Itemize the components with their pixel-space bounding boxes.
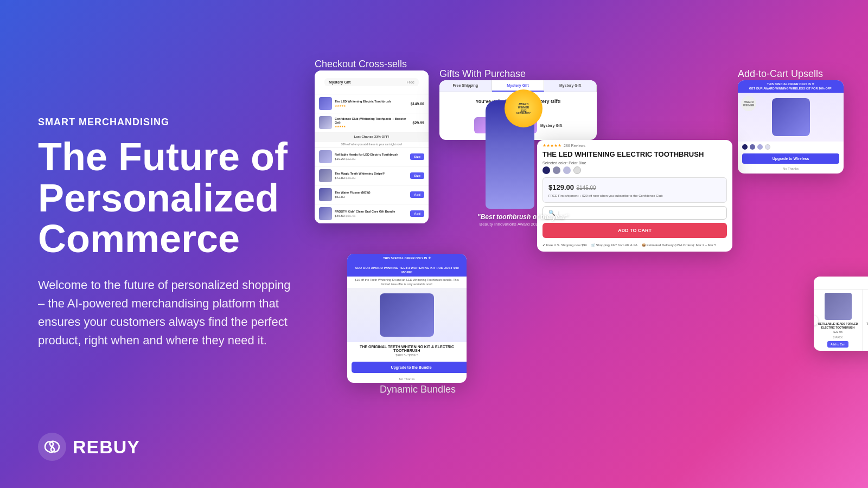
price-section: $129.00 $145.00 FREE First shipment + $2… xyxy=(542,177,727,203)
shipping-1: ✔ Free U.S. Shipping now $99 xyxy=(542,243,587,247)
right-panel: Checkout Cross-sells Mystery Gift Free T… xyxy=(298,0,868,488)
product-price-3-sm: $19.29 $32.00 xyxy=(335,157,407,160)
ctl-atc-1[interactable]: Add to Cart xyxy=(827,341,848,348)
shipping-2: 🛒 Shopping 24/7 from AK & PA xyxy=(591,243,637,247)
pd-product-title: THE LED WHITENING ELECTRIC TOOTHBRUSH xyxy=(542,150,727,159)
product-thumb-5 xyxy=(319,188,332,201)
review-count: 286 Reviews xyxy=(564,144,585,147)
size-btn-2[interactable]: Size xyxy=(410,172,424,179)
shipping-3: 📦 Estimated Delivery (USA Orders): Mar 2… xyxy=(642,243,716,247)
gift-label-2: Mystery Gift xyxy=(540,124,562,127)
upsell-cta-btn[interactable]: Upgrade to Wireless xyxy=(742,153,839,164)
size-btn-1[interactable]: Size xyxy=(410,153,424,160)
last-chance-banner: Last Chance 33% OFF! xyxy=(315,132,429,142)
checkout-product-2: Confidence Club (Whitening Toothpaste + … xyxy=(315,113,429,132)
search-bar[interactable]: 🔍 | xyxy=(542,206,727,220)
pd-color-1[interactable] xyxy=(542,166,550,174)
product-price-6-sm: $46.50 $60.45 xyxy=(335,214,407,217)
bundle-product-title: THE ORIGINAL TEETH WHITENING KIT & ELECT… xyxy=(347,342,467,354)
best-quote: "Best toothbrush of the year" xyxy=(477,213,542,221)
add-btn-1[interactable]: Add xyxy=(410,191,424,198)
product-thumb-4 xyxy=(319,169,332,182)
product-name-2: Confidence Club (Whitening Toothpaste + … xyxy=(335,117,410,125)
logo-area: REBUY xyxy=(38,433,140,461)
free-badge: Free xyxy=(407,80,414,84)
logo-text: REBUY xyxy=(73,436,140,458)
price-main: $129.00 xyxy=(548,183,574,191)
add-to-cart-btn[interactable]: ADD TO CART xyxy=(542,223,727,238)
ctl-product-1: REFILLABLE HEADS FOR LED ELECTRIC TOOTHB… xyxy=(814,290,863,351)
whitener-img xyxy=(772,98,810,136)
gifts-with-purchase-label: Gifts With Purchase xyxy=(439,68,526,80)
product-thumb-2 xyxy=(319,116,332,129)
tagline: SMART MERCHANDISING xyxy=(38,117,309,128)
product-name-5: The Water Flosser (NEW) xyxy=(335,191,407,195)
checkout-crosssells-card: Mystery Gift Free The LED Whitening Elec… xyxy=(315,70,429,223)
pd-color-4[interactable] xyxy=(573,166,581,174)
best-quote-source: Beauty Innovations Award 2022 xyxy=(477,222,542,227)
last-chance-sub: 33% off when you add these to your cart … xyxy=(315,142,429,147)
color-circles xyxy=(542,166,727,174)
product-info-1: The LED Whitening Electric Toothbrush ★★… xyxy=(335,100,408,107)
pd-color-3[interactable] xyxy=(563,166,571,174)
no-thanks-bundle[interactable]: No Thanks xyxy=(347,375,467,383)
mystery-gift-row: Mystery Gift Free xyxy=(324,78,419,86)
checkout-header: Mystery Gift Free xyxy=(315,70,429,94)
color-dot-4[interactable] xyxy=(765,144,770,150)
title-line2: Personalized xyxy=(38,176,279,220)
checkout-product-1: The LED Whitening Electric Toothbrush ★★… xyxy=(315,94,429,113)
ctl-variant-1: 2-PACK xyxy=(833,336,843,339)
product-info-3: Refillable Heads for LED Electric Toothb… xyxy=(335,153,407,160)
product-detail-card: ★★★★★ 286 Reviews THE LED WHITENING ELEC… xyxy=(537,140,732,252)
upsells-label: Add-to-Cart Upsells xyxy=(738,68,823,80)
tab-mystery-gift-2[interactable]: Mystery Gift xyxy=(544,80,597,92)
ctl-products-container: REFILLABLE HEADS FOR LED ELECTRIC TOOTHB… xyxy=(814,290,868,351)
tab-free-shipping[interactable]: Free Shipping xyxy=(439,80,492,92)
add-btn-2[interactable]: Add xyxy=(410,210,424,217)
pd-color-2[interactable] xyxy=(553,166,560,174)
product-thumb-3 xyxy=(319,150,332,163)
ctl-name-1: REFILLABLE HEADS FOR LED ELECTRIC TOOTHB… xyxy=(816,322,859,329)
product-info-5: The Water Flosser (NEW) $52.83 xyxy=(335,191,407,198)
no-thanks-upsell[interactable]: No Thanks xyxy=(738,167,844,174)
bundle-headline: ADD OUR AWARD WINNING TEETH WHITENING KI… xyxy=(347,264,467,277)
shipping-row: ✔ Free U.S. Shipping now $99 🛒 Shopping … xyxy=(542,241,727,248)
product-price-4-sm: $72.83 $40.00 xyxy=(335,176,407,179)
special-offer-text: THIS SPECIAL OFFER ONLY IN ☀ xyxy=(741,82,840,87)
product-name-1: The LED Whitening Electric Toothbrush xyxy=(335,100,408,104)
product-price-2: $29.99 xyxy=(413,121,424,125)
product-name-4: The Magic Teeth Whitening Strips® xyxy=(335,172,407,176)
offer-detail: GET OUR AWARD WINNING WIRELESS KIT FOR 1… xyxy=(741,87,840,91)
ctl-products-row: REFILLABLE HEADS FOR LED ELECTRIC TOOTHB… xyxy=(814,290,868,351)
pd-header: ★★★★★ 286 Reviews THE LED WHITENING ELEC… xyxy=(537,140,732,252)
product-info-4: The Magic Teeth Whitening Strips® $72.83… xyxy=(335,172,407,179)
color-dot-2[interactable] xyxy=(750,144,755,150)
description: Welcome to the future of personalized sh… xyxy=(38,276,293,350)
product-thumb-6 xyxy=(319,207,332,220)
color-dot-3[interactable] xyxy=(757,144,763,150)
checkout-product-4: The Magic Teeth Whitening Strips® $72.83… xyxy=(315,166,429,185)
color-dot-1[interactable] xyxy=(742,144,748,150)
ctl-header: COMPLETE YOUR ROUTINE xyxy=(814,277,868,290)
bundle-prices: $300.5 / $389.5 xyxy=(347,354,467,359)
product-name-3: Refillable Heads for LED Electric Toothb… xyxy=(335,153,407,157)
product-stars: ★★★★★ xyxy=(542,143,561,148)
bundle-desc: $10 off the Teeth Whitening Kit and an L… xyxy=(347,277,467,287)
dynamic-bundles-card: THIS SPECIAL OFFER ONLY IN ☀ ADD OUR AWA… xyxy=(347,254,467,383)
product-stars-2: ★★★★★ xyxy=(335,125,410,128)
checkout-product-5: The Water Flosser (NEW) $52.83 Add xyxy=(315,185,429,204)
award-badge: AWARDWINNER xyxy=(741,96,756,111)
left-panel: SMART MERCHANDISING The Future of Person… xyxy=(38,0,309,488)
product-price-1: $149.00 xyxy=(411,102,424,106)
upsells-card: THIS SPECIAL OFFER ONLY IN ☀ GET OUR AWA… xyxy=(738,80,844,174)
rebuy-logo-icon xyxy=(38,433,66,461)
complete-look-card: COMPLETE YOUR ROUTINE REFILLABLE HEADS F… xyxy=(814,277,868,351)
ctl-thumb-1 xyxy=(825,293,852,320)
ctl-product-2: THE WHITENING TOOTHPASTE $26.95 3 tubes … xyxy=(863,290,868,351)
bundle-cta-btn[interactable]: Upgrade to the Bundle xyxy=(352,362,467,373)
award-circle: AWARDWINNER2022NEWBEAUTY xyxy=(505,89,542,127)
price-orig: $145.00 xyxy=(576,185,596,191)
checkout-product-6: FROST® Kids' Clean Oral Care Gift Bundle… xyxy=(315,204,429,223)
special-offer-banner: THIS SPECIAL OFFER ONLY IN ☀ GET OUR AWA… xyxy=(738,80,844,93)
bundle-img-area xyxy=(347,288,467,342)
